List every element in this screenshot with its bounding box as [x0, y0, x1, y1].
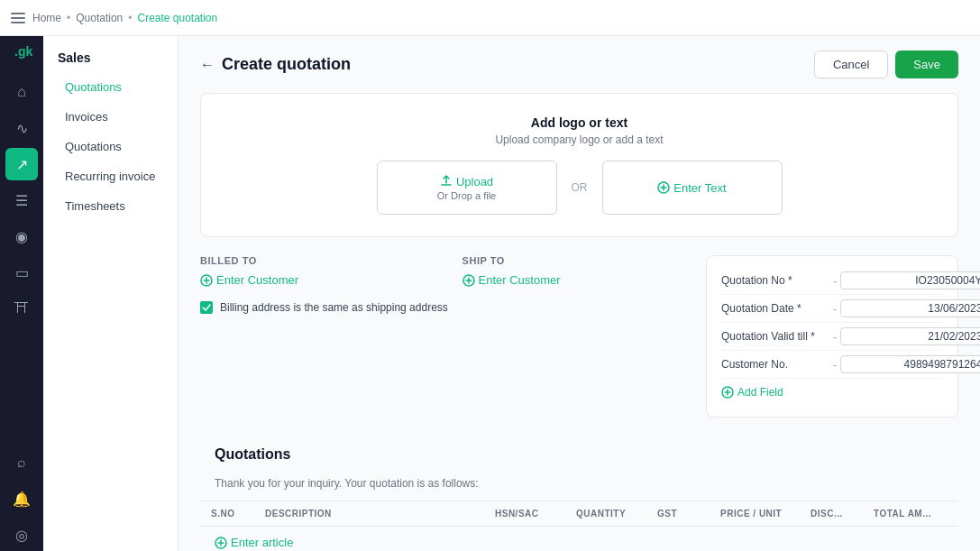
ship-to-customer-btn[interactable]: Enter Customer: [463, 273, 689, 287]
cancel-button[interactable]: Cancel: [814, 51, 888, 78]
sidebar-icon-home[interactable]: ⌂: [5, 76, 38, 108]
breadcrumb-create: Create quotation: [137, 12, 217, 24]
sidebar-icon-folder[interactable]: ▭: [5, 256, 38, 289]
save-button[interactable]: Save: [895, 51, 958, 78]
same-address-label: Billing address is the same as shipping …: [220, 301, 448, 314]
table-header: S.NODESCRIPTIONHSN/SACQUANTITYGSTPRICE /…: [200, 500, 958, 527]
field-row-3: Customer No. - 🗑: [721, 351, 943, 379]
sidebar-icon-chart[interactable]: ↗: [5, 148, 38, 180]
quotations-section: Quotations Thank you for your inquiry. Y…: [200, 432, 958, 551]
field-sep-2: -: [829, 330, 840, 344]
breadcrumb-sep1: •: [67, 12, 70, 24]
nav-section-title: Sales: [43, 36, 178, 72]
field-sep-1: -: [829, 302, 840, 316]
breadcrumb-quotation[interactable]: Quotation: [76, 12, 123, 24]
plus-circle-icon: [657, 181, 670, 194]
breadcrumb-home[interactable]: Home: [32, 12, 61, 24]
sidebar-icon-people[interactable]: ◉: [5, 220, 38, 253]
billing-section: BILLED TO Enter Customer SHIP TO: [200, 255, 688, 418]
logo-section: Add logo or text Upload company logo or …: [200, 93, 958, 237]
nav-item-recurring[interactable]: Recurring invoice: [50, 162, 170, 190]
ship-to-label: SHIP TO: [463, 255, 689, 266]
same-address-row: Billing address is the same as shipping …: [200, 301, 688, 314]
table-col-2: HSN/SAC: [491, 501, 572, 526]
billed-to-block: BILLED TO Enter Customer: [200, 255, 426, 287]
field-key-3: Customer No.: [721, 358, 829, 371]
field-val-1[interactable]: [840, 299, 980, 317]
plus-circle-icon-field: [721, 386, 734, 399]
field-val-2[interactable]: [840, 327, 980, 345]
sidebar-icon-search[interactable]: ⌕: [5, 446, 38, 479]
page-title: Create quotation: [222, 55, 351, 74]
icon-sidebar: .gk ⌂ ∿ ↗ ☰ ◉ ▭ ⛩ ⌕ 🔔 ◎: [0, 0, 43, 551]
app-logo: .gk: [7, 36, 36, 65]
field-val-0[interactable]: [840, 271, 980, 289]
logo-options: Upload Or Drop a file OR Enter Text: [223, 161, 936, 215]
sidebar-icon-invoice[interactable]: ☰: [5, 184, 38, 216]
ship-to-block: SHIP TO Enter Customer: [463, 255, 689, 287]
content-area: Add logo or text Upload company logo or …: [179, 93, 980, 551]
same-address-checkbox[interactable]: [200, 301, 213, 314]
quotations-desc: Thank you for your inquiry. Your quotati…: [200, 477, 958, 500]
logo-section-subtitle: Upload company logo or add a text: [223, 133, 936, 146]
upload-sub-label: Or Drop a file: [437, 190, 496, 201]
billed-to-label: BILLED TO: [200, 255, 426, 266]
field-row-2: Quotation Valid till * -: [721, 323, 943, 351]
nav-item-quotations-1[interactable]: Quotations: [50, 73, 170, 101]
enter-text-box[interactable]: Enter Text: [602, 161, 783, 215]
breadcrumb-sep2: •: [128, 12, 132, 24]
add-field-button[interactable]: Add Field: [721, 379, 943, 406]
sidebar-icon-bank[interactable]: ⛩: [5, 292, 38, 325]
main-content: ← Create quotation Cancel Save Add logo …: [179, 0, 980, 551]
quotation-fields-card: Quotation No * - Quotation Date * - Quot…: [706, 255, 958, 418]
svg-text:.gk: .gk: [14, 44, 32, 59]
enter-article-label: Enter article: [231, 536, 293, 549]
sidebar-icon-user[interactable]: ◎: [5, 519, 38, 551]
billed-to-customer-btn[interactable]: Enter Customer: [200, 273, 426, 287]
hamburger-menu[interactable]: [11, 13, 25, 23]
enter-article-btn[interactable]: Enter article: [200, 527, 958, 551]
header-actions: Cancel Save: [814, 51, 958, 78]
checkmark-icon: [202, 304, 211, 311]
breadcrumb: Home • Quotation • Create quotation: [32, 12, 217, 24]
topbar: Home • Quotation • Create quotation: [0, 0, 980, 36]
table-col-6: DISC...: [807, 501, 870, 526]
page-header: ← Create quotation Cancel Save: [179, 36, 980, 93]
field-key-0: Quotation No *: [721, 274, 829, 287]
field-row-0: Quotation No * -: [721, 267, 943, 295]
field-key-2: Quotation Valid till *: [721, 330, 829, 343]
quotations-title: Quotations: [200, 432, 958, 477]
plus-circle-icon-billed: [200, 274, 213, 287]
or-divider: OR: [572, 181, 588, 194]
nav-panel: Sales Quotations Invoices Quotations Rec…: [43, 0, 179, 551]
enter-text-label: Enter Text: [657, 181, 726, 195]
table-col-7: TOTAL AM...: [870, 501, 951, 526]
logo-section-title: Add logo or text: [223, 115, 936, 130]
field-val-3[interactable]: [840, 355, 980, 373]
table-col-1: DESCRIPTION: [261, 501, 491, 526]
table-col-3: QUANTITY: [572, 501, 654, 526]
fields-container: Quotation No * - Quotation Date * - Quot…: [721, 267, 943, 379]
nav-item-invoices[interactable]: Invoices: [50, 103, 170, 131]
table-col-5: PRICE / UNIT: [717, 501, 807, 526]
upload-box[interactable]: Upload Or Drop a file: [377, 161, 557, 215]
field-sep-3: -: [829, 358, 840, 372]
table-col-0: S.NO: [207, 501, 261, 526]
field-key-1: Quotation Date *: [721, 302, 829, 315]
sidebar-icon-activity[interactable]: ∿: [5, 112, 38, 144]
upload-icon-label: Upload: [440, 175, 493, 188]
nav-item-quotations-2[interactable]: Quotations: [50, 133, 170, 161]
nav-item-timesheets[interactable]: Timesheets: [50, 192, 170, 220]
upload-icon: [440, 175, 453, 188]
field-sep-0: -: [829, 274, 840, 288]
sidebar-icon-bell[interactable]: 🔔: [5, 482, 38, 515]
back-button[interactable]: ←: [200, 57, 215, 73]
plus-circle-icon-ship: [463, 274, 475, 287]
field-row-1: Quotation Date * -: [721, 295, 943, 323]
plus-circle-icon-article: [215, 537, 227, 549]
table-col-4: GST: [654, 501, 717, 526]
